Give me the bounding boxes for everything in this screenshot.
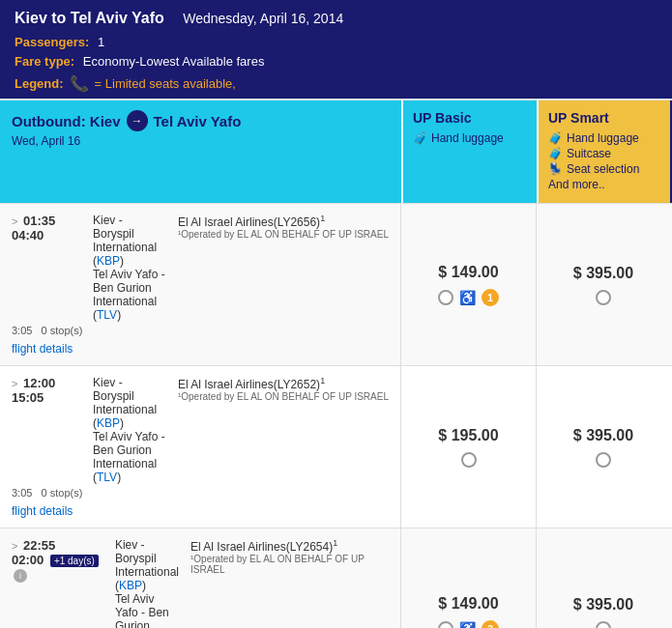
basic-radio-3[interactable] xyxy=(438,621,453,629)
column-headers: Outbound: Kiev → Tel Aviv Yafo Wed, Apri… xyxy=(0,100,672,203)
flight-info-2: > 12:00 15:05 Kiev - Boryspil Internatio… xyxy=(0,366,401,528)
legend-row: Legend: 📞 = Limited seats available, xyxy=(15,74,657,93)
smart-radio-2[interactable] xyxy=(596,452,611,468)
depart-time-3: > 22:55 xyxy=(12,538,111,553)
header-section: Kiev to Tel Aviv Yafo Wednesday, April 1… xyxy=(0,0,672,99)
flight-info-3: > 22:55 02:00 +1 day(s) i Kiev - Boryspi… xyxy=(0,528,401,628)
smart-tier-title: UP Smart xyxy=(548,110,660,126)
smart-radio-row-2 xyxy=(596,452,611,468)
fare-type-label: Fare type: xyxy=(15,54,74,69)
route-arrow-icon: → xyxy=(127,110,148,131)
smart-column-header: UP Smart 🧳 Hand luggage 🧳 Suitcase 💺 Sea… xyxy=(537,100,670,203)
outbound-dest: Tel Aviv Yafo xyxy=(154,113,242,129)
outbound-date: Wed, April 16 xyxy=(12,134,390,148)
price-basic-3: $ 149.00 ♿ 3 xyxy=(401,528,537,628)
next-day-badge-3: +1 day(s) xyxy=(50,555,99,567)
arrive-time-2: 15:05 xyxy=(12,390,89,405)
arrive-time-1: 04:40 xyxy=(12,228,89,243)
operated-1: ¹Operated by EL AL ON BEHALF OF UP ISRAE… xyxy=(178,229,389,240)
depart-airport-1: Kiev - Boryspil International (KBP) xyxy=(93,214,166,268)
route-to: Tel Aviv Yafo xyxy=(71,10,164,26)
flight-details-link-1[interactable]: flight details xyxy=(12,342,389,356)
basic-price-amount-3: $ 149.00 xyxy=(438,595,498,613)
smart-radio-1[interactable] xyxy=(596,290,611,305)
kbp-link-1[interactable]: KBP xyxy=(97,254,120,268)
basic-price-amount-1: $ 149.00 xyxy=(438,264,498,281)
legend-phone-icon: 📞 xyxy=(70,74,89,93)
depart-airport-3: Kiev - Boryspil International (KBP) xyxy=(115,538,179,592)
route-column-header: Outbound: Kiev → Tel Aviv Yafo Wed, Apri… xyxy=(0,100,401,203)
passengers-label: Passengers: xyxy=(15,35,89,49)
arrive-airport-3: Tel Aviv Yafo - Ben Gurion International… xyxy=(115,592,179,628)
smart-radio-row-3 xyxy=(596,621,611,629)
depart-time-1: > 01:35 xyxy=(12,214,89,228)
route-separator: to xyxy=(51,10,71,26)
smart-feature-more: And more.. xyxy=(548,178,660,191)
operated-3: ¹Operated by EL AL ON BEHALF OF UP ISRAE… xyxy=(190,554,389,575)
times-col-2: > 12:00 15:05 xyxy=(12,376,89,484)
basic-radio-2[interactable] xyxy=(461,452,477,468)
smart-feature-suitcase: 🧳 Suitcase xyxy=(548,147,660,160)
tlv-link-2[interactable]: TLV xyxy=(97,471,117,484)
smart-feature-luggage: 🧳 Hand luggage xyxy=(548,131,660,145)
smart-radio-3[interactable] xyxy=(596,621,611,629)
price-basic-2: $ 195.00 xyxy=(401,366,537,528)
fare-type-row: Fare type: Economy-Lowest Available fare… xyxy=(15,54,657,69)
smart-feature-seat: 💺 Seat selection xyxy=(548,162,660,176)
outbound-label: Outbound: Kiev xyxy=(12,113,121,129)
price-smart-3: $ 395.00 xyxy=(537,528,670,628)
depart-airport-2: Kiev - Boryspil International (KBP) xyxy=(93,376,166,430)
airline-col-2: El Al Israel Airlines(LY2652)1 ¹Operated… xyxy=(170,376,389,484)
basic-badge-1: 1 xyxy=(482,289,499,306)
flights-table: Outbound: Kiev → Tel Aviv Yafo Wed, Apri… xyxy=(0,100,672,628)
arrive-airport-1: Tel Aviv Yafo - Ben Gurion International… xyxy=(93,268,166,322)
basic-feature-luggage: 🧳 Hand luggage xyxy=(413,131,527,145)
smart-price-amount-1: $ 395.00 xyxy=(573,265,633,282)
price-basic-1: $ 149.00 ♿ 1 xyxy=(401,204,537,365)
flight-row: > 12:00 15:05 Kiev - Boryspil Internatio… xyxy=(0,365,672,528)
suitcase-icon: 🧳 xyxy=(548,147,563,160)
airline-col-3: El Al Israel Airlines(LY2654)1 ¹Operated… xyxy=(183,538,389,628)
kbp-link-2[interactable]: KBP xyxy=(97,416,120,430)
flight-row: > 01:35 04:40 Kiev - Boryspil Internatio… xyxy=(0,203,672,365)
price-smart-1: $ 395.00 xyxy=(537,204,670,365)
duration-2: 3:05 0 stop(s) xyxy=(12,487,389,499)
wheelchair-icon-3: ♿ xyxy=(459,621,476,629)
outbound-title: Outbound: Kiev → Tel Aviv Yafo xyxy=(12,110,390,131)
arrive-time-3: 02:00 +1 day(s) i xyxy=(12,553,111,583)
duration-1: 3:05 0 stop(s) xyxy=(12,325,389,336)
times-col-1: > 01:35 04:40 xyxy=(12,214,89,322)
operated-2: ¹Operated by EL AL ON BEHALF OF UP ISRAE… xyxy=(178,391,389,402)
basic-column-header: UP Basic 🧳 Hand luggage xyxy=(401,100,537,203)
airline-name-2: El Al Israel Airlines(LY2652)1 xyxy=(178,376,389,391)
price-smart-2: $ 395.00 xyxy=(537,366,670,528)
kbp-link-3[interactable]: KBP xyxy=(119,579,142,592)
smart-price-amount-3: $ 395.00 xyxy=(573,596,633,614)
luggage-icon: 🧳 xyxy=(413,131,427,145)
times-col-3: > 22:55 02:00 +1 day(s) i xyxy=(12,538,111,628)
basic-radio-row-3: ♿ 3 xyxy=(438,620,499,629)
header-date: Wednesday, April 16, 2014 xyxy=(183,11,343,26)
airline-name-3: El Al Israel Airlines(LY2654)1 xyxy=(190,538,389,554)
basic-radio-1[interactable] xyxy=(438,290,453,305)
wheelchair-icon-1: ♿ xyxy=(459,290,476,305)
route-from: Kiev xyxy=(15,10,47,26)
legend-label: Legend: xyxy=(15,76,64,91)
luggage2-icon: 🧳 xyxy=(548,131,563,145)
airline-name-1: El Al Israel Airlines(LY2656)1 xyxy=(178,214,389,229)
airport-col-2: Kiev - Boryspil International (KBP) Tel … xyxy=(93,376,166,484)
tlv-link-1[interactable]: TLV xyxy=(97,308,117,322)
airport-col-1: Kiev - Boryspil International (KBP) Tel … xyxy=(93,214,166,322)
legend-text: = Limited seats available, xyxy=(95,76,236,91)
route-title: Kiev to Tel Aviv Yafo Wednesday, April 1… xyxy=(15,10,657,27)
depart-time-2: > 12:00 xyxy=(12,376,89,390)
passengers-value: 1 xyxy=(98,35,104,49)
info-icon-3[interactable]: i xyxy=(14,569,27,583)
seat-icon: 💺 xyxy=(548,162,563,176)
fare-type-value: Economy-Lowest Available fares xyxy=(83,54,265,69)
flight-info-1: > 01:35 04:40 Kiev - Boryspil Internatio… xyxy=(0,204,401,365)
airport-col-3: Kiev - Boryspil International (KBP) Tel … xyxy=(115,538,179,628)
smart-radio-row-1 xyxy=(596,290,611,305)
flight-details-link-2[interactable]: flight details xyxy=(12,504,389,518)
passengers-row: Passengers: 1 xyxy=(15,35,657,49)
